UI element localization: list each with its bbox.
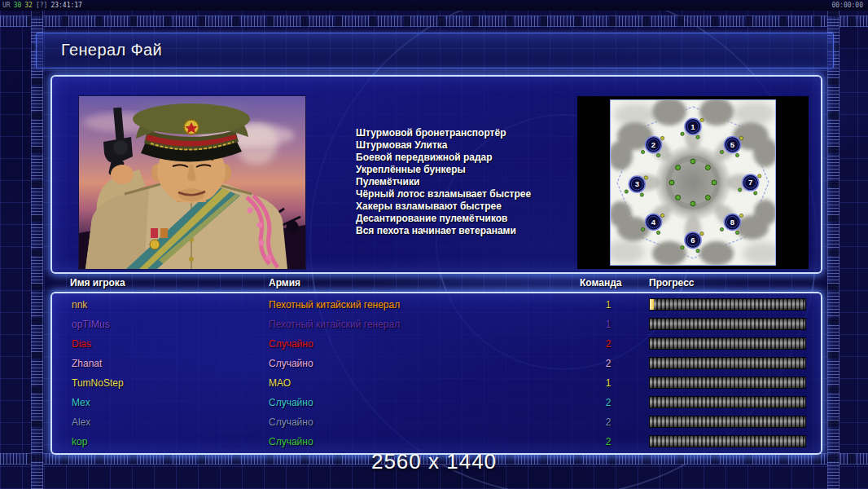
player-row: nnkПехотный китайский генерал1 [52,295,821,315]
spawn-number: 3 [635,179,639,188]
player-row: ZhanatСлучайно2 [52,354,821,373]
progress-bar [649,416,806,428]
player-name: Mex [72,397,90,408]
page-title: Генерал Фай [37,33,833,67]
supply-dot [669,180,674,185]
ability-item: Десантирование пулемётчиков [356,213,576,225]
spawn-number: 2 [651,140,655,149]
players-panel: nnkПехотный китайский генерал1opTIMusПех… [50,292,822,455]
supply-dot [676,195,681,200]
player-team: 1 [596,299,620,311]
spawn-number: 8 [730,218,734,227]
status-segment: [?] [36,2,47,9]
player-army: Случайно [269,338,313,350]
ability-item: Штурмовая Улитка [356,139,576,152]
progress-bar [649,337,806,350]
spawn-number: 4 [651,218,656,227]
abilities-list: Штурмовой бронетранспортёрШтурмовая Улит… [356,127,576,237]
supply-dot [676,165,681,170]
ability-item: Вся пехота начинает ветеранами [356,225,576,237]
status-overlay-left: UR3032[?]23:41:17 [2,0,85,11]
general-title-panel: Генерал Фай [36,33,834,68]
player-row: MexСлучайно2 [52,393,821,412]
spawn-number: 1 [690,122,695,131]
player-row: DiasСлучайно2 [52,334,821,354]
column-header-army: Армия [269,277,300,289]
general-portrait [79,96,305,269]
status-segment: 23:41:17 [50,2,82,9]
status-bar: UR3032[?]23:41:17 00:00:00 [0,0,868,11]
progress-bar [649,298,806,311]
column-header-team: Команда [580,277,621,289]
player-army: Пехотный китайский генерал [269,319,400,330]
player-team: 2 [596,416,620,428]
resolution-overlay: 2560 x 1440 [0,449,868,474]
ability-item: Пулемётчики [356,176,576,188]
player-army: Пехотный китайский генерал [269,299,400,311]
general-portrait-image [79,96,305,269]
spawn-number: 5 [730,140,735,149]
status-segment: 32 [24,2,33,9]
ability-item: Чёрный лотос взламывает быстрее [356,188,576,200]
spawn-number: 6 [690,236,695,244]
ruler-right [827,10,840,489]
progress-fill [650,299,654,310]
column-header-progress: Прогресс [649,277,694,289]
player-row: AlexСлучайно2 [52,412,821,432]
status-timer: 00:00:00 [831,0,863,11]
status-segment: 30 [14,2,22,9]
supply-dot [690,201,695,206]
player-row: opTIMusПехотный китайский генерал1 [52,315,821,334]
player-team: 1 [596,377,620,389]
player-name: kop [72,436,87,447]
minimap-box: 12537486 [577,96,809,269]
player-name: opTIMus [72,319,110,330]
player-name: nnk [72,299,87,311]
player-team: 2 [596,358,620,369]
status-segment: UR [2,2,11,9]
ability-item: Укреплённые бункеры [356,164,576,176]
progress-bar [649,435,806,447]
ability-item: Боевой передвижной радар [356,152,576,164]
progress-bar [649,318,806,330]
player-army: Случайно [269,358,313,369]
general-info-panel: Штурмовой бронетранспортёрШтурмовая Улит… [50,75,822,274]
supply-dot [690,159,695,164]
players-rows: nnkПехотный китайский генерал1opTIMusПех… [52,295,821,453]
ruler-top [0,15,868,27]
progress-bar [649,377,806,389]
ability-item: Хакеры взламывают быстрее [356,200,576,213]
player-name: TumNoStep [72,377,124,389]
spawn-number: 7 [748,178,752,187]
supply-dot [712,180,717,185]
player-name: Dias [72,338,91,350]
player-army: Случайно [269,436,313,447]
player-name: Zhanat [72,358,102,369]
player-row: TumNoStepМАО1 [52,373,821,393]
player-army: Случайно [269,416,313,428]
player-army: Случайно [269,397,313,408]
ruler-left [31,10,43,489]
ability-item: Штурмовой бронетранспортёр [356,127,576,139]
player-team: 1 [596,319,620,330]
supply-dot [705,165,710,170]
player-team: 2 [596,436,620,447]
progress-bar [649,396,806,408]
player-army: МАО [269,377,291,389]
column-header-player-name: Имя игрока [70,277,125,289]
player-team: 2 [596,397,620,408]
player-team: 2 [596,338,620,350]
player-name: Alex [72,416,90,428]
minimap: 12537486 [611,100,775,265]
progress-bar [649,357,806,369]
supply-dot [705,195,710,200]
